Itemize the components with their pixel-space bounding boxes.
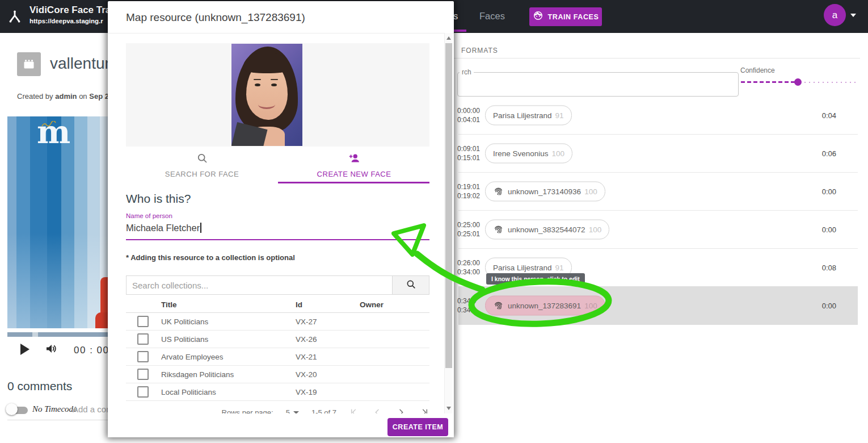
face-name: unknown_137283691	[508, 302, 581, 310]
collection-title: US Politicians	[161, 335, 296, 344]
scroll-down-icon[interactable]	[446, 407, 451, 410]
face-photo	[231, 44, 302, 146]
divider	[454, 58, 860, 58]
video-progress-bar[interactable]	[7, 332, 108, 337]
segment-duration: 0:06	[822, 149, 836, 158]
tab-create-new-face[interactable]: CREATE NEW FACE	[278, 148, 430, 183]
segment-times: 0:09:01 0:15:01	[457, 144, 480, 162]
train-faces-label: TRAIN FACES	[548, 13, 599, 21]
collections-table: Title Id Owner UK Politicians VX-27 US P…	[126, 296, 429, 401]
collection-row[interactable]: Local Politicians VX-19	[126, 383, 429, 401]
modal-scrollbar[interactable]	[444, 33, 453, 413]
name-input[interactable]: Michaela Fletcher	[126, 223, 201, 233]
segment-end-time: 0:34:00	[457, 268, 480, 277]
video-player[interactable]: m	[7, 116, 108, 328]
formats-search-label: rch	[460, 68, 474, 76]
divider	[108, 33, 454, 34]
collection-id: VX-26	[296, 335, 360, 344]
row-checkbox[interactable]	[137, 316, 149, 327]
app-logo-icon	[7, 9, 23, 24]
tab-label: SEARCH FOR FACE	[126, 170, 278, 178]
who-is-this-heading: Who is this?	[126, 192, 191, 206]
collection-id: VX-21	[296, 353, 360, 361]
tab-search-for-face[interactable]: SEARCH FOR FACE	[126, 148, 278, 183]
segment-start-time: 0:19:01	[457, 182, 480, 191]
avatar-caret-icon[interactable]	[850, 14, 856, 17]
face-chip[interactable]: unknown_137283691 100	[485, 296, 605, 316]
confidence-score: 100	[552, 149, 565, 158]
scroll-up-icon[interactable]	[446, 36, 451, 40]
row-checkbox[interactable]	[137, 351, 149, 362]
avatar-letter: a	[832, 10, 837, 21]
confidence-slider-thumb[interactable]	[794, 78, 802, 86]
collection-search-button[interactable]	[392, 276, 429, 294]
row-checkbox[interactable]	[137, 386, 149, 398]
segment-duration: 0:00	[822, 302, 836, 310]
play-button[interactable]	[20, 344, 30, 355]
collection-row[interactable]: Arvato Employees VX-21	[126, 348, 429, 366]
face-name: unknown_3832544072	[508, 225, 585, 234]
face-detection-row[interactable]: 0:34:0 0:34:0 unknown_137283691 100 0:00	[458, 286, 858, 325]
collection-search-input[interactable]	[127, 276, 392, 294]
segment-duration: 0:08	[822, 264, 836, 272]
segment-times: 0:26:00 0:34:00	[457, 258, 480, 277]
tab-faces[interactable]: Faces	[479, 11, 505, 22]
volume-icon[interactable]	[44, 342, 58, 358]
collection-title: UK Politicians	[161, 317, 296, 326]
face-name: Parisa Liljestrand	[493, 111, 552, 120]
created-line: Created by admin on Sep 23,	[17, 92, 115, 101]
collection-row[interactable]: US Politicians VX-26	[126, 331, 429, 348]
collection-search	[126, 275, 429, 295]
text-cursor	[200, 223, 201, 233]
column-owner: Owner	[360, 300, 429, 309]
segment-start-time: 0:25:00	[457, 220, 480, 229]
comment-input[interactable]: Add a com	[73, 404, 113, 414]
timecode-toggle-knob[interactable]	[6, 403, 18, 415]
active-tab-underline	[278, 182, 429, 183]
video-watermark: m	[37, 116, 70, 151]
face-chip[interactable]: Parisa Liljestrand 91	[485, 106, 572, 126]
formats-search-input[interactable]	[457, 72, 739, 97]
person-add-icon	[348, 152, 361, 166]
segment-duration: 0:04	[822, 111, 836, 120]
face-detection-row[interactable]: 0:25:00 0:25:01 unknown_3832544072 100 0…	[458, 211, 858, 249]
tab-active-underline	[452, 30, 466, 32]
map-resource-dialog: Map resource (unknown_137283691) SEARCH …	[108, 1, 454, 437]
face-detection-row[interactable]: 0:19:01 0:19:02 unknown_173140936 100 0:…	[458, 173, 858, 211]
created-by-user: admin	[55, 92, 77, 101]
avatar[interactable]: a	[824, 4, 846, 26]
face-detection-row[interactable]: 0:00:00 0:04:01 Parisa Liljestrand 91 0:…	[458, 97, 858, 135]
segment-duration: 0:00	[822, 225, 836, 234]
segment-end-time: 0:25:01	[457, 229, 480, 239]
row-checkbox[interactable]	[137, 333, 149, 345]
face-chip[interactable]: unknown_3832544072 100	[485, 220, 609, 240]
face-detection-list: 0:00:00 0:04:01 Parisa Liljestrand 91 0:…	[458, 97, 858, 325]
face-chip[interactable]: unknown_173140936 100	[485, 182, 605, 202]
collection-title: Local Politicians	[161, 388, 296, 396]
collection-row[interactable]: UK Politicians VX-27	[126, 313, 429, 331]
tab-active-partial[interactable]: s	[453, 11, 458, 22]
divider	[7, 420, 108, 420]
confidence-slider-track-remainder[interactable]	[804, 82, 858, 83]
scrollbar-thumb[interactable]	[445, 43, 452, 368]
face-detection-row[interactable]: 0:09:01 0:15:01 Irene Svenonius 100 0:06	[458, 135, 858, 173]
search-icon	[196, 152, 208, 166]
segment-end-time: 0:19:02	[457, 191, 480, 200]
fingerprint-icon	[493, 186, 504, 197]
face-chip[interactable]: Irene Svenonius 100	[485, 144, 572, 164]
formats-section-label: FORMATS	[461, 47, 498, 55]
name-input-underline	[126, 239, 429, 240]
segment-start-time: 0:34:0	[457, 296, 476, 306]
collection-row[interactable]: Riksdagen Politicians VX-20	[126, 366, 429, 383]
create-item-button[interactable]: CREATE ITEM	[387, 418, 448, 436]
row-checkbox[interactable]	[137, 369, 149, 380]
train-faces-button[interactable]: TRAIN FACES	[529, 7, 602, 26]
confidence-score: 100	[584, 302, 597, 310]
confidence-score: 100	[584, 187, 597, 196]
video-progress-segment	[32, 332, 38, 337]
face-photo-band	[126, 43, 429, 147]
timecode-toggle-label: No Timecode	[32, 404, 77, 414]
confidence-score: 91	[555, 111, 564, 120]
confidence-slider-track[interactable]	[741, 81, 795, 83]
collection-title: Arvato Employees	[161, 353, 296, 361]
